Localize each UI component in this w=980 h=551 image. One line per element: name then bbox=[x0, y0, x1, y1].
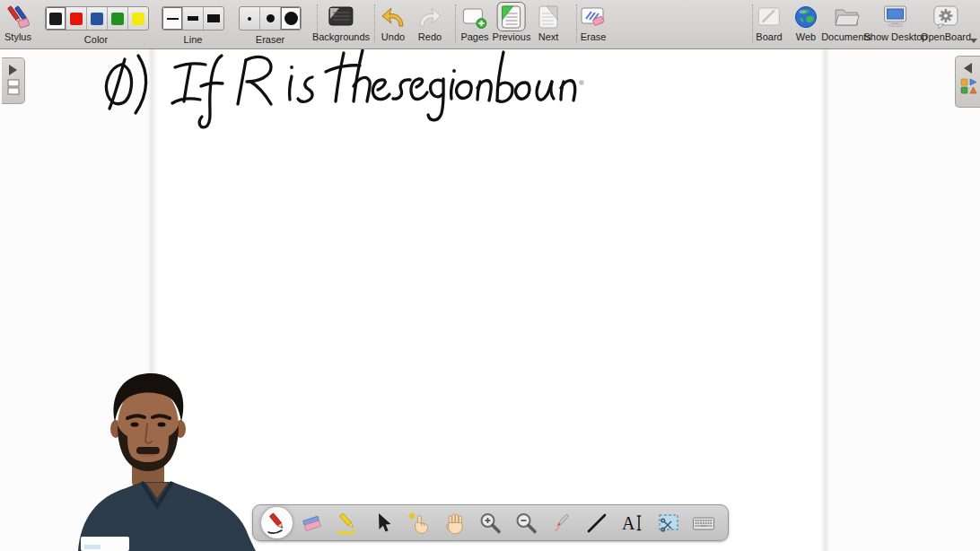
web-label: Web bbox=[796, 31, 816, 42]
red-swatch-icon bbox=[70, 13, 83, 25]
undo-icon bbox=[381, 3, 406, 31]
capture-tool-button[interactable] bbox=[652, 507, 684, 538]
medium-eraser-icon bbox=[267, 14, 275, 22]
line-medium-option[interactable] bbox=[183, 7, 204, 30]
selector-tool-button[interactable] bbox=[368, 507, 399, 538]
web-button[interactable]: Web bbox=[794, 3, 818, 42]
zoom-in-icon bbox=[477, 511, 503, 536]
virtual-keyboard-tool-button[interactable] bbox=[688, 507, 720, 538]
pages-button[interactable]: Pages bbox=[460, 3, 488, 42]
left-panel-toggle[interactable] bbox=[2, 57, 25, 104]
toolbar-overflow-caret-icon[interactable] bbox=[970, 39, 977, 43]
previous-label: Previous bbox=[493, 31, 531, 42]
next-button: Next bbox=[537, 3, 560, 42]
redo-label: Redo bbox=[418, 31, 442, 42]
add-page-icon bbox=[461, 3, 488, 31]
play-tool-button[interactable] bbox=[404, 507, 435, 538]
documents-folder-icon bbox=[833, 3, 860, 31]
color-swatch-blue[interactable] bbox=[87, 7, 108, 30]
erase-label: Erase bbox=[581, 31, 607, 42]
board-mode-icon bbox=[757, 3, 782, 31]
black-swatch-icon bbox=[49, 13, 62, 25]
right-panel-toggle[interactable] bbox=[955, 56, 980, 108]
thin-line-icon bbox=[167, 18, 179, 20]
eraser-medium-option[interactable] bbox=[260, 7, 281, 30]
zoom-out-tool-button[interactable] bbox=[511, 507, 542, 538]
color-swatch-red[interactable] bbox=[66, 7, 87, 30]
line-thin-option[interactable] bbox=[162, 7, 183, 30]
svg-text:A: A bbox=[622, 512, 635, 532]
small-eraser-icon bbox=[248, 17, 251, 21]
previous-button[interactable]: Previous bbox=[493, 3, 531, 42]
expand-left-arrow-icon bbox=[964, 63, 972, 74]
library-icon bbox=[959, 77, 977, 95]
stylus-button[interactable]: Stylus bbox=[4, 3, 32, 42]
show-desktop-label: Show Desktop bbox=[864, 31, 928, 42]
separator bbox=[576, 4, 577, 42]
openboard-label: OpenBoard bbox=[921, 31, 971, 42]
pen-tool-button[interactable] bbox=[261, 507, 293, 538]
line-thick-option[interactable] bbox=[204, 7, 223, 30]
floating-tool-dock: A bbox=[252, 504, 729, 541]
backgrounds-icon bbox=[328, 3, 354, 31]
hand-tool-button[interactable] bbox=[439, 507, 470, 538]
blue-swatch-icon bbox=[91, 13, 103, 25]
medium-line-icon bbox=[188, 16, 198, 21]
line-width-group bbox=[162, 6, 224, 31]
pages-label: Pages bbox=[460, 31, 488, 42]
laser-pointer-icon bbox=[549, 511, 574, 536]
web-globe-icon bbox=[794, 3, 818, 31]
undo-label: Undo bbox=[381, 31, 405, 42]
color-swatch-group bbox=[45, 6, 149, 31]
redo-icon bbox=[417, 3, 442, 31]
line-icon bbox=[584, 511, 609, 536]
marker-tool-button[interactable] bbox=[332, 507, 363, 538]
laser-pointer-tool-button[interactable] bbox=[546, 507, 577, 538]
text-tool-button[interactable]: A bbox=[617, 507, 649, 538]
backgrounds-label: Backgrounds bbox=[312, 31, 370, 42]
separator bbox=[752, 4, 753, 42]
color-swatch-yellow[interactable] bbox=[128, 7, 148, 30]
yellow-swatch-icon bbox=[132, 13, 144, 25]
arrow-cursor-icon bbox=[371, 511, 396, 536]
board-button: Board bbox=[756, 3, 782, 42]
color-swatch-green[interactable] bbox=[108, 7, 128, 30]
thick-line-icon bbox=[207, 14, 220, 22]
erase-button[interactable]: Erase bbox=[580, 3, 607, 42]
eraser-small-option[interactable] bbox=[240, 7, 260, 30]
text-icon: A bbox=[620, 511, 645, 536]
webcam-presenter-overlay bbox=[75, 370, 260, 551]
board-label: Board bbox=[756, 31, 782, 42]
separator bbox=[455, 4, 456, 42]
zoom-out-icon bbox=[513, 511, 538, 536]
eraser-tool-button[interactable] bbox=[297, 507, 328, 538]
show-desktop-monitor-icon bbox=[882, 3, 909, 31]
eraser-group-label: Eraser bbox=[256, 34, 284, 45]
undo-button[interactable]: Undo bbox=[381, 3, 406, 42]
color-swatch-black[interactable] bbox=[46, 7, 66, 30]
marker-icon bbox=[336, 511, 361, 536]
capture-icon bbox=[656, 511, 681, 536]
separator bbox=[374, 4, 375, 42]
eraser-icon bbox=[300, 511, 325, 536]
backgrounds-button[interactable]: Backgrounds bbox=[312, 3, 370, 42]
top-toolbar: Stylus Color Line Eraser Backgrounds bbox=[0, 0, 980, 49]
large-eraser-icon bbox=[284, 12, 298, 25]
eraser-large-option[interactable] bbox=[281, 7, 301, 30]
openboard-menu-button[interactable]: OpenBoard bbox=[921, 3, 971, 42]
green-swatch-icon bbox=[111, 13, 124, 25]
redo-button: Redo bbox=[417, 3, 442, 42]
color-group-label: Color bbox=[84, 34, 108, 45]
line-tool-button[interactable] bbox=[582, 507, 613, 538]
stylus-icon bbox=[4, 3, 32, 31]
show-desktop-button[interactable]: Show Desktop bbox=[864, 3, 928, 42]
expand-right-arrow-icon bbox=[9, 65, 17, 75]
line-group-label: Line bbox=[184, 34, 203, 45]
eraser-size-group bbox=[239, 6, 302, 31]
openboard-gear-icon bbox=[932, 3, 959, 31]
stylus-label: Stylus bbox=[4, 31, 31, 42]
pen-icon bbox=[265, 511, 290, 536]
keyboard-icon bbox=[691, 511, 716, 536]
zoom-in-tool-button[interactable] bbox=[475, 507, 506, 538]
erase-page-icon bbox=[580, 3, 607, 31]
